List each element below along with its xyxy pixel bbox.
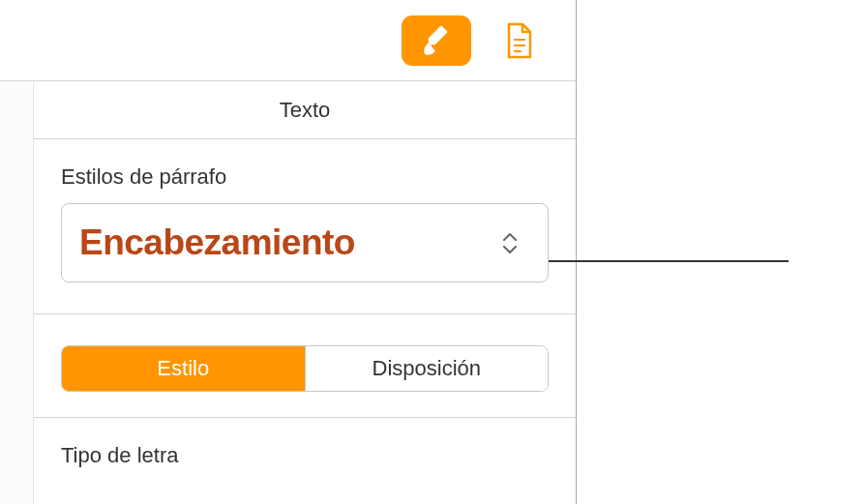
font-type-label: Tipo de letra (61, 443, 549, 468)
callout-pointer-line (527, 260, 789, 262)
section-header-texto: Texto (34, 81, 576, 139)
dropdown-chevrons-icon (490, 233, 530, 253)
segment-layout[interactable]: Disposición (306, 346, 549, 391)
toolbar (0, 0, 576, 81)
paragraph-style-value: Encabezamiento (79, 222, 490, 263)
document-icon (505, 22, 534, 59)
document-button[interactable] (485, 15, 554, 66)
left-sidebar-edge (0, 81, 34, 504)
divider (34, 417, 576, 418)
paragraph-style-dropdown[interactable]: Encabezamiento (61, 203, 549, 282)
brush-icon (420, 24, 453, 57)
divider (34, 313, 576, 314)
style-layout-segmented-control: Estilo Disposición (61, 345, 549, 392)
segment-style[interactable]: Estilo (62, 346, 306, 391)
section-title: Texto (280, 98, 331, 123)
format-brush-button[interactable] (402, 15, 471, 66)
paragraph-styles-label: Estilos de párrafo (61, 164, 549, 190)
